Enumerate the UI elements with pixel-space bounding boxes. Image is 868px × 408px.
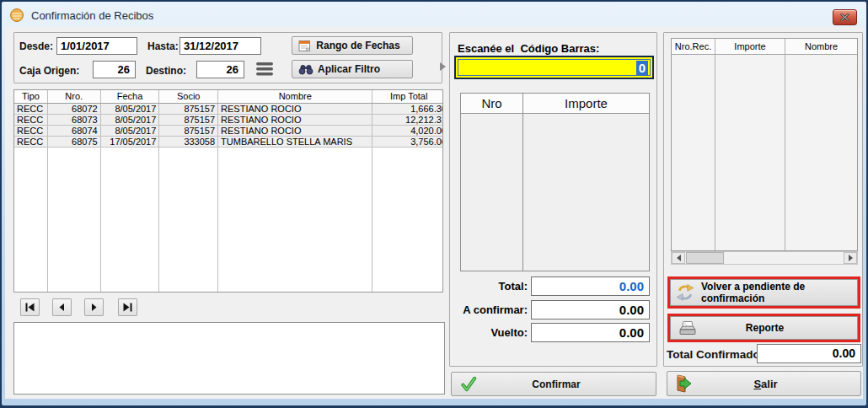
col-header-fecha: Fecha (101, 90, 160, 103)
confirmed-table-body (672, 55, 857, 250)
titlebar: Confirmación de Recibos (5, 4, 863, 26)
nav-prev-icon (57, 303, 67, 312)
cell-fecha: 8/05/2017 (101, 104, 160, 114)
a-confirmar-label: A confirmar: (450, 300, 528, 319)
cell-imp-total: 1,666.30 (372, 104, 442, 114)
scroll-right-icon (849, 255, 853, 261)
col-header-nro: Nro (461, 94, 523, 113)
nav-next-button[interactable] (84, 298, 104, 316)
scan-groupbox: Escanée el Código Barras: 0 Nro Importe (449, 32, 657, 367)
confirmed-table: Nro.Rec. Importe Nombre (671, 38, 858, 251)
aero-frame: Confirmación de Recibos Desde: 1/01/2017… (2, 2, 866, 405)
salir-label: Salir (694, 378, 837, 390)
desde-label: Desde: (19, 40, 53, 52)
window-title: Confirmación de Recibos (31, 9, 153, 22)
barcode-input[interactable]: 0 (454, 56, 654, 79)
total-label: Total: (450, 276, 528, 296)
reporte-button[interactable]: Reporte (667, 314, 860, 342)
col-header-socio: Socio (159, 90, 218, 103)
confirmacion-recibos-window: { "window": { "title": "Confirmación de … (0, 0, 868, 408)
nav-last-button[interactable] (118, 298, 137, 316)
table-row[interactable]: RECC 68075 17/05/2017 333058 TUMBARELLO … (14, 137, 442, 148)
refresh-icon (676, 283, 694, 302)
receipts-table: Tipo Nro. Fecha Socio Nombre Imp Total R… (13, 89, 443, 293)
confirmar-button[interactable]: Confirmar (451, 372, 656, 396)
cell-nro: 68073 (48, 115, 101, 125)
rango-de-fechas-label: Rango de Fechas (311, 40, 405, 51)
confirmed-table-header: Nro.Rec. Importe Nombre (672, 39, 857, 55)
volver-pendiente-button[interactable]: Volver a pendiente de confirmación (667, 276, 860, 309)
col-header-nombre: Nombre (218, 90, 372, 103)
col-header-nombre: Nombre (785, 39, 857, 54)
printer-icon (678, 320, 698, 336)
cell-nro: 68075 (48, 137, 101, 147)
cell-imp-total: 12,212.31 (372, 115, 442, 125)
cell-nombre: RESTIANO ROCIO (218, 115, 372, 125)
total-confirmado-label: Total Confirmado: (667, 348, 764, 361)
filter-groupbox: Desde: 1/01/2017 Hasta: 31/12/2017 Rango… (13, 32, 442, 83)
col-header-importe: Importe (715, 39, 785, 54)
table-row[interactable]: RECC 68074 8/05/2017 875157 RESTIANO ROC… (14, 126, 442, 137)
exit-door-icon (674, 373, 694, 394)
col-header-tipo: Tipo (14, 90, 48, 103)
scroll-left-icon (677, 255, 681, 261)
nav-next-icon (89, 303, 99, 312)
menu-icon[interactable] (255, 62, 275, 77)
scrollbar-thumb[interactable] (686, 252, 724, 264)
scroll-right-button[interactable] (844, 252, 857, 264)
app-icon (9, 8, 24, 23)
nav-last-icon (123, 303, 132, 312)
hasta-label: Hasta: (147, 40, 179, 52)
cell-nombre: RESTIANO ROCIO (218, 126, 372, 136)
close-button[interactable] (833, 9, 857, 25)
cell-nombre: TUMBARELLO STELLA MARIS (218, 137, 372, 147)
scrollbar-track[interactable] (685, 252, 844, 264)
calendar-icon (298, 40, 311, 52)
cell-tipo: RECC (14, 104, 48, 114)
aplicar-filtro-button[interactable]: Aplicar Filtro (292, 60, 413, 78)
horizontal-scrollbar[interactable] (671, 251, 858, 265)
desde-input[interactable]: 1/01/2017 (56, 37, 137, 55)
cell-tipo: RECC (14, 115, 48, 125)
vuelto-label: Vuelto: (450, 323, 528, 342)
nav-first-button[interactable] (20, 298, 40, 316)
vuelto-field: 0.00 (531, 323, 650, 342)
volver-pendiente-label: Volver a pendiente de confirmación (701, 281, 805, 304)
binoculars-icon (298, 64, 313, 75)
cell-socio: 333058 (159, 137, 218, 147)
nav-prev-button[interactable] (52, 298, 72, 316)
scroll-left-button[interactable] (672, 252, 685, 264)
cell-socio: 875157 (159, 104, 218, 114)
salir-button[interactable]: Salir (667, 371, 861, 396)
table-row[interactable]: RECC 68073 8/05/2017 875157 RESTIANO ROC… (14, 115, 442, 126)
hasta-input[interactable]: 31/12/2017 (179, 37, 261, 55)
notes-area[interactable] (13, 322, 445, 395)
col-header-nro-rec: Nro.Rec. (672, 39, 715, 54)
pointer-arrow-icon (440, 62, 446, 71)
cell-fecha: 17/05/2017 (101, 137, 160, 147)
cell-socio: 875157 (159, 115, 218, 125)
window-frame: Confirmación de Recibos Desde: 1/01/2017… (0, 0, 868, 408)
caja-origen-label: Caja Origen: (19, 65, 79, 77)
barcode-value: 0 (636, 61, 648, 75)
client-area: Desde: 1/01/2017 Hasta: 31/12/2017 Rango… (5, 27, 863, 399)
caja-origen-input[interactable]: 26 (93, 61, 136, 78)
receipts-table-header: Tipo Nro. Fecha Socio Nombre Imp Total (14, 90, 442, 104)
a-confirmar-field: 0.00 (531, 300, 650, 319)
destino-label: Destino: (146, 65, 186, 77)
cell-imp-total: 3,756.06 (372, 137, 442, 147)
barcode-input-inner: 0 (458, 59, 651, 76)
total-field: 0.00 (531, 276, 650, 296)
scanned-table-header: Nro Importe (461, 94, 649, 114)
check-icon (460, 376, 477, 393)
total-confirmado-field: 0.00 (757, 344, 861, 363)
col-header-imp-total: Imp Total (372, 90, 442, 103)
destino-input[interactable]: 26 (196, 61, 244, 78)
cell-nro: 68074 (48, 126, 101, 136)
scanned-table-body (461, 114, 649, 271)
table-row[interactable]: RECC 68072 8/05/2017 875157 RESTIANO ROC… (14, 104, 442, 115)
confirmar-label: Confirmar (477, 378, 635, 390)
rango-de-fechas-button[interactable]: Rango de Fechas (292, 36, 413, 55)
cell-nombre: RESTIANO ROCIO (218, 104, 372, 114)
cell-nro: 68072 (48, 104, 101, 114)
